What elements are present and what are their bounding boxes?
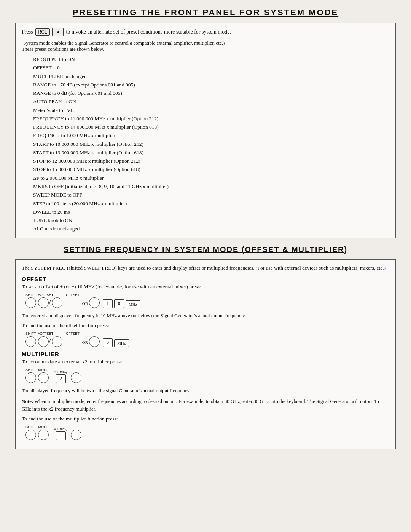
preset-list-item: START to 10 000.000 MHz x multiplier (Op… [33,140,389,149]
num1-key1[interactable]: 1 [103,299,113,308]
shift-key-group4: SHIFT [25,425,37,440]
shift-key-group2: SHIFT [25,332,37,347]
mult-key-group2: MULT [38,425,49,440]
offset-brace-labels1: +OFFSET -OFFSET [38,293,80,297]
preset-list-item: ΔF to 2 000.000 MHz x multiplier [33,174,389,182]
shift-label3: SHIFT [25,368,37,372]
mult-result: The displayed frequency will be twice th… [22,387,389,395]
preset-list-item: AUTO PEAK to ON [33,97,389,106]
brace-char1: / [49,299,51,307]
or-key-group2 [89,336,100,347]
mult-key2[interactable] [38,430,49,440]
offset-brace-group2: +OFFSET -OFFSET / [38,332,80,347]
num0-key-group1: 0 [114,299,124,308]
press-line: Press RCL ◄ to invoke an alternate set o… [22,28,389,36]
preset-list-item: RANGE to 0 dB (for Options 001 and 005) [33,89,389,97]
preset-list-item: DWELL to 20 ms [33,208,389,216]
xfreq-round-key-group2 [71,430,81,440]
or-key1[interactable] [89,297,100,308]
offset-keys-row1: SHIFT +OFFSET -OFFSET / OR 1 0 [25,293,389,308]
or-text1: OR [82,301,88,306]
mult-label2: MULT [38,425,48,429]
preset-list: RF OUTPUT to ONOFFSET = 0MULTIPLIER unch… [22,55,389,233]
num0-key1[interactable]: 0 [114,299,124,308]
minus-offset-key1[interactable] [52,297,62,308]
preset-list-item: SWEEP MODE to OFF [33,191,389,199]
note-bold: Note: [22,398,35,404]
offset-end-desc: To end the use of the offset function pr… [22,323,389,329]
xfreq-round-key2[interactable] [71,430,81,440]
preset-list-item: START to 13 000.000 MHz x multiplier (Op… [33,149,389,157]
offset-keys-row2: SHIFT +OFFSET -OFFSET / OR 0 MHz [25,332,389,347]
xfreq-round-key-group1 [71,372,81,383]
offset-result: The entered and displayed frequency is 1… [22,312,389,320]
mult-keys-row2: SHIFT MULT X FREQ 1 [25,425,389,440]
shift-label2: SHIFT [25,332,37,335]
page-title: PRESETTING THE FRONT PANEL FOR SYSTEM MO… [15,8,396,18]
mult-keys-row1: SHIFT MULT X FREQ 2 [25,368,389,383]
num0-key-group2: 0 [103,338,113,347]
xfreq-round-key1[interactable] [71,372,81,383]
xfreq-num2-key[interactable]: 2 [56,374,66,383]
mult-key1[interactable] [38,372,49,383]
preset-list-item: OFFSET = 0 [33,64,389,72]
mhz-key-group2: MHz [114,339,129,347]
press-desc: to invoke an alternate set of preset con… [66,29,231,35]
preset-list-item: MKRS to OFF (initialized to 7, 8, 9, 10,… [33,182,389,191]
offset-brace-group1: +OFFSET -OFFSET / [38,293,80,308]
xfreq-key-group2: X FREQ 1 [54,427,68,440]
system-note: (System mode enables the Signal Generato… [22,40,389,52]
mult-key-group1: MULT [38,368,49,383]
shift-key-group1: SHIFT [25,293,37,308]
offset-heading: OFFSET [22,276,389,282]
arrow-key[interactable]: ◄ [52,28,64,36]
shift-key4[interactable] [25,430,36,440]
preset-list-item: ALC mode unchanged [33,225,389,233]
offset-brace-labels2: +OFFSET -OFFSET [38,332,80,335]
shift-label1: SHIFT [25,293,37,297]
brace-keys2: / [38,336,62,347]
offset-desc1: To set an offset of + (or −) 10 MHz (for… [22,284,389,290]
section2-box: The SYSTEM FREQ (shifted SWEEP FREQ) key… [15,259,396,449]
mhz-key1[interactable]: MHz [126,300,140,308]
preset-list-item: STEP to 100 steps (20.000 MHz x multipli… [33,200,389,208]
plus-offset-key1[interactable] [38,297,49,308]
section2-intro: The SYSTEM FREQ (shifted SWEEP FREQ) key… [22,264,389,272]
shift-key3[interactable] [25,372,36,383]
shift-key1[interactable] [25,297,36,308]
shift-key-group3: SHIFT [25,368,37,383]
or-text2: OR [82,340,88,345]
mhz-key-group1: MHz [126,300,140,308]
press-label: Press [22,29,33,35]
multiplier-heading: MULTIPLIER [22,351,389,357]
section2-title: SETTING FREQUENCY IN SYSTEM MODE (OFFSET… [15,245,396,254]
mhz-key2[interactable]: MHz [114,339,129,347]
preset-list-item: STOP to 15 000.000 MHz x multiplier (Opt… [33,165,389,174]
or-key2[interactable] [89,336,100,347]
num0-key2[interactable]: 0 [103,338,113,347]
brace-keys1: / [38,297,62,308]
xfreq-key-group1: X FREQ 2 [54,370,68,383]
num1-key-group1: 1 [103,299,113,308]
preset-list-item: Meter Scale to LVL [33,106,389,115]
xfreq-num1-key[interactable]: 1 [56,431,66,440]
plus-offset-key2[interactable] [38,336,49,347]
mult-note: Note: When in multiplier mode, enter fre… [22,398,389,413]
xfreq-label2: X FREQ [54,427,68,431]
brace-char2: / [49,337,51,346]
shift-label4: SHIFT [25,425,37,429]
xfreq-label1: X FREQ [54,370,68,374]
mult-note-text: When in multiplier mode, enter frequenci… [22,398,379,412]
preset-list-item: FREQ INCR to 1.000 MHz x multiplier [33,131,389,140]
rcl-key[interactable]: RCL [35,28,50,36]
section1-box: Press RCL ◄ to invoke an alternate set o… [15,23,396,238]
or-key-group1 [89,297,100,308]
preset-list-item: RANGE to −70 dB (except Options 001 and … [33,81,389,89]
preset-list-item: MULTIPLIER unchanged [33,72,389,81]
shift-key2[interactable] [25,336,36,347]
preset-list-item: FREQUENCY to 14 000.000 MHz x multiplier… [33,123,389,131]
minus-offset-key2[interactable] [52,336,62,347]
mult-end-desc: To end the use of the multiplier functio… [22,416,389,422]
preset-list-item: STOP to 12 000.000 MHz x multiplier (Opt… [33,157,389,165]
preset-list-item: RF OUTPUT to ON [33,55,389,64]
